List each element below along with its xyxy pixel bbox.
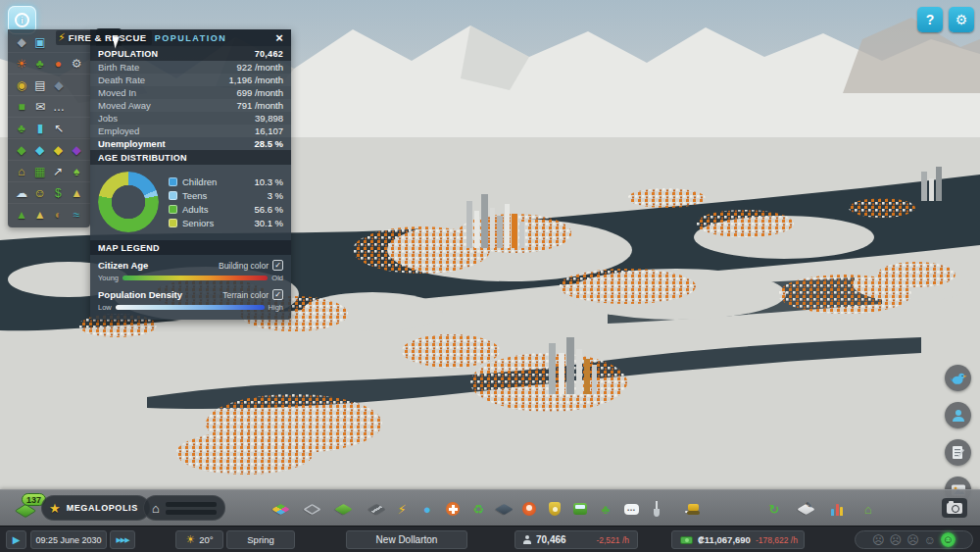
- population-change: -2,521 /h: [596, 535, 629, 545]
- season-display[interactable]: Spring: [226, 530, 295, 549]
- weather-icon[interactable]: ☁: [13, 184, 30, 202]
- sidebar-row: ◆ ◆ ◆ ◆: [8, 139, 90, 161]
- fire-rescue-tool[interactable]: [519, 499, 539, 519]
- water-sewage-tool[interactable]: ●: [417, 499, 437, 519]
- bulldoze-tool[interactable]: [683, 499, 703, 519]
- infoview-sidebar: ◆ ▣ ☀ ♣ ● ⚙ ◉ ▤ ◆ ■ ✉ … ♣ ▮ ↖ ◆ ◆ ◆ ◆ ⌂ …: [8, 29, 90, 227]
- chirper-button[interactable]: [945, 365, 971, 391]
- electricity-tool[interactable]: ⚡: [392, 499, 412, 519]
- status-bar: ▶ 09:25 June 2030 ▶▶▶ ☀ 20° Spring New D…: [0, 526, 980, 552]
- zones-green-icon[interactable]: ◆: [13, 141, 30, 159]
- sim-speed-button[interactable]: ▶▶▶: [110, 530, 135, 549]
- help-button[interactable]: ?: [917, 7, 943, 32]
- lightning-icon: ⚡: [58, 31, 66, 44]
- zones-cyan-icon[interactable]: ◆: [31, 141, 49, 159]
- play-icon: ▶: [13, 534, 21, 545]
- close-icon[interactable]: ×: [271, 29, 287, 45]
- pollution-icon[interactable]: ♠: [68, 163, 85, 180]
- money-display[interactable]: ₡11,067,690 -178,622 /h: [671, 530, 805, 549]
- temperature-display[interactable]: ☀ 20°: [175, 530, 223, 549]
- statistics-button[interactable]: [827, 499, 847, 519]
- water-features-icon[interactable]: ≈: [68, 206, 85, 224]
- post-icon[interactable]: ✉: [31, 98, 49, 116]
- zones-tool[interactable]: [270, 499, 290, 519]
- milestone-pill[interactable]: ★ MEGALOPOLIS: [41, 495, 150, 521]
- temperature-value: 20°: [199, 534, 213, 545]
- administration-icon[interactable]: ▤: [31, 76, 49, 94]
- gear-icon: ⚙: [956, 12, 968, 27]
- city-progress-pill[interactable]: ⌂: [143, 495, 225, 521]
- journal-button[interactable]: [945, 439, 971, 466]
- communications-tool[interactable]: …: [621, 499, 641, 519]
- parks-recreation-tool[interactable]: ♣: [596, 499, 615, 519]
- trends-icon[interactable]: ↗: [50, 163, 68, 180]
- happy-face-icon: ☺: [941, 532, 956, 547]
- sidebar-row: ◉ ▤ ◆: [8, 75, 90, 96]
- city-name-display[interactable]: New Dollarton: [346, 530, 467, 549]
- police-tool[interactable]: [545, 499, 564, 519]
- roads-tool[interactable]: [367, 499, 386, 519]
- parks-icon[interactable]: ♣: [13, 120, 30, 137]
- panel-title: POPULATION: [155, 33, 226, 43]
- workers-icon[interactable]: ▲: [68, 184, 85, 202]
- xp-diamond-icon: [15, 504, 37, 518]
- healthcare-tool[interactable]: [443, 499, 463, 519]
- main-toolbar: 137 ★ MEGALOPOLIS ⌂ ⚡ ● ♻ ♣ … ↻ ✎ ⌂: [0, 489, 980, 526]
- teens-swatch: [169, 191, 177, 200]
- age-row-children: Children 10.3 %: [169, 176, 283, 187]
- garbage-tool[interactable]: ♻: [468, 499, 488, 519]
- green-house-icon: ⌂: [864, 503, 872, 516]
- landscaping-tool[interactable]: [333, 499, 353, 519]
- screen-icon[interactable]: ▣: [31, 33, 49, 51]
- tree-icon: ♣: [602, 503, 611, 516]
- play-pause-button[interactable]: ▶: [6, 530, 26, 549]
- citizen-age-gradient: [122, 276, 268, 280]
- heat-icon[interactable]: ☀: [13, 55, 30, 73]
- person-icon: [951, 408, 966, 424]
- garbage-icon[interactable]: ■: [13, 98, 30, 116]
- population-display[interactable]: 70,466 -2,521 /h: [514, 530, 638, 549]
- healthcare-icon: [446, 502, 460, 516]
- zones-yellow-icon[interactable]: ◆: [50, 141, 68, 159]
- education-tool[interactable]: [494, 499, 514, 519]
- terraforming-tool[interactable]: [647, 499, 666, 519]
- transportation-tool[interactable]: [570, 499, 590, 519]
- water-drop-icon: ●: [423, 503, 431, 516]
- ore-resource-icon[interactable]: ◐: [50, 206, 68, 224]
- stat-row-unemployment: Unemployment28.5 %: [90, 137, 291, 150]
- economy-panel-button[interactable]: ↻: [764, 499, 784, 519]
- fire-rescue-icon[interactable]: ●: [50, 55, 68, 73]
- happiness-widget[interactable]: ☹ ☹ ☹ ☺ ☺: [855, 530, 973, 549]
- datetime-display[interactable]: 09:25 June 2030: [30, 530, 107, 549]
- bulldozer-icon: [685, 504, 702, 515]
- selector-icon[interactable]: ↖: [50, 120, 68, 137]
- settings-button[interactable]: ⚙: [949, 7, 974, 32]
- city-information-button[interactable]: ✎: [796, 499, 815, 519]
- residential-icon[interactable]: ⌂: [13, 163, 30, 180]
- photo-mode-button[interactable]: [942, 498, 967, 518]
- land-value-icon[interactable]: ▦: [31, 163, 49, 180]
- stat-row-jobs: Jobs39,898: [90, 112, 291, 125]
- police-icon[interactable]: ◉: [13, 76, 30, 94]
- happiness-icon[interactable]: ☺: [31, 184, 49, 202]
- citizens-button[interactable]: [945, 402, 971, 428]
- forestry-icon[interactable]: ♣: [31, 55, 49, 73]
- terrain-color-checkbox[interactable]: ✓: [272, 289, 283, 300]
- education-icon[interactable]: ◆: [50, 76, 68, 94]
- graduation-cap-icon: [495, 503, 513, 514]
- telecom-icon[interactable]: …: [50, 98, 68, 116]
- terrain-icon[interactable]: ▲: [13, 206, 30, 224]
- sand-resource-icon[interactable]: ▲: [31, 206, 49, 224]
- progression-button[interactable]: ⌂: [858, 499, 878, 519]
- xp-widget[interactable]: 137: [14, 497, 39, 521]
- stat-row-birth-rate: Birth Rate922 /month: [90, 61, 291, 74]
- zones-purple-icon[interactable]: ◆: [68, 141, 85, 159]
- progression-icon[interactable]: ◆: [13, 33, 30, 51]
- building-color-checkbox[interactable]: ✓: [272, 260, 283, 271]
- maintenance-icon[interactable]: ⚙: [68, 55, 85, 73]
- economy-icon[interactable]: $: [50, 184, 68, 202]
- battery-icon[interactable]: ▮: [31, 120, 49, 137]
- map-legend-section-header: MAP LEGEND: [90, 240, 291, 255]
- bar-chart-icon: [831, 503, 843, 516]
- areas-tool[interactable]: [302, 499, 321, 519]
